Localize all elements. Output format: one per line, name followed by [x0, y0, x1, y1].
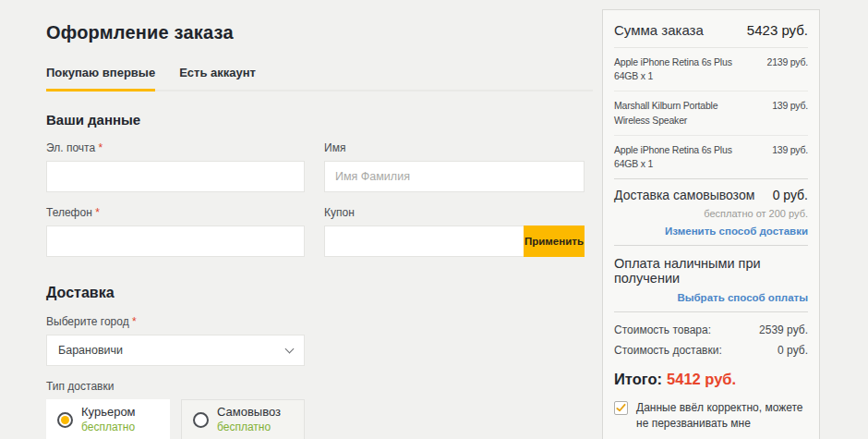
delivery-option-courier[interactable]: Курьером бесплатно [46, 399, 170, 439]
delivery-option-note: бесплатно [81, 421, 136, 434]
order-item: Marshall Kilburn Portable Wireless Speak… [614, 91, 808, 134]
name-field-group: Имя [324, 128, 585, 192]
order-item: Apple iPhone Retina 6s Plus 64GB x 1 213… [614, 48, 808, 91]
delivery-option-pickup[interactable]: Самовывоз бесплатно [181, 399, 305, 439]
delivery-type-label: Тип доставки [46, 380, 593, 393]
auth-tabs: Покупаю впервые Есть аккаунт [46, 58, 593, 91]
choose-payment-link[interactable]: Выбрать способ оплаты [614, 292, 808, 303]
radio-unchecked-icon [193, 412, 209, 428]
payment-summary-block: Оплата наличными при получении Выбрать с… [614, 246, 808, 312]
coupon-field-group: Купон Применить [324, 192, 585, 257]
change-delivery-link[interactable]: Изменить способ доставки [614, 226, 808, 237]
radio-checked-icon [57, 412, 73, 428]
email-field-group: Эл. почта * [46, 128, 305, 192]
item-price: 2139 руб. [767, 55, 809, 83]
apply-coupon-button[interactable]: Применить [524, 226, 585, 257]
email-input[interactable] [46, 161, 305, 192]
delivery-type-options: Курьером бесплатно Самовывоз бесплатно [46, 399, 593, 439]
tab-has-account[interactable]: Есть аккаунт [179, 58, 256, 90]
required-asterisk: * [95, 206, 100, 219]
delivery-heading: Доставка [46, 285, 593, 301]
item-price: 139 руб. [772, 99, 808, 127]
checkout-form: Оформление заказа Покупаю впервые Есть а… [46, 0, 593, 439]
totals-block: Стоимость товара: 2539 руб. Стоимость до… [614, 312, 808, 362]
chevron-down-icon [285, 344, 295, 353]
delivery-option-note: бесплатно [217, 421, 281, 434]
order-sum-label: Сумма заказа [614, 22, 704, 38]
delivery-option-label: Курьером [81, 405, 136, 420]
confirm-checkbox-label: Данные ввёл корректно, можете не перезва… [636, 400, 808, 430]
grand-total: Итого:5412 руб. [614, 371, 808, 388]
item-name: Apple iPhone Retina 6s Plus 64GB x 1 [614, 55, 754, 83]
delivery-cost-value: 0 руб. [773, 188, 808, 202]
item-name: Marshall Kilburn Portable Wireless Speak… [614, 99, 754, 127]
required-asterisk: * [132, 315, 137, 328]
order-sum-header: Сумма заказа 5423 руб. [614, 10, 808, 48]
tab-first-time-buyer[interactable]: Покупаю впервые [46, 58, 155, 91]
order-sum-value: 5423 руб. [747, 22, 808, 38]
name-label: Имя [324, 141, 585, 154]
item-name: Apple iPhone Retina 6s Plus 64GB x 1 [614, 143, 754, 171]
city-select-value: Барановичи [58, 344, 123, 357]
order-item: Apple iPhone Retina 6s Plus 64GB x 1 139… [614, 135, 808, 178]
confirm-data-checkbox-row[interactable]: Данные ввёл корректно, можете не перезва… [614, 400, 808, 430]
coupon-input[interactable] [324, 226, 524, 257]
checkbox-checked-icon[interactable] [614, 401, 628, 415]
coupon-row: Применить [324, 226, 585, 257]
city-select[interactable]: Барановичи [46, 335, 305, 366]
order-items-list: Apple iPhone Retina 6s Plus 64GB x 1 213… [614, 48, 808, 179]
email-label: Эл. почта * [46, 141, 305, 154]
delivery-summary-block: Доставка самовывозом 0 руб. бесплатно от… [614, 179, 808, 246]
name-input[interactable] [324, 161, 585, 192]
delivery-option-label: Самовывоз [217, 405, 281, 420]
page-title: Оформление заказа [46, 22, 593, 43]
city-label: Выберите город * [46, 315, 593, 328]
coupon-label: Купон [324, 206, 585, 219]
free-delivery-note: бесплатно от 200 руб. [614, 208, 808, 219]
item-price: 139 руб. [772, 143, 808, 171]
phone-label: Телефон * [46, 206, 305, 219]
goods-cost-row: Стоимость товара: 2539 руб. [614, 320, 808, 340]
delivery-method-label: Доставка самовывозом [614, 188, 754, 202]
phone-field-group: Телефон * [46, 192, 305, 257]
grand-total-label: Итого: [614, 371, 662, 387]
delivery-cost-row: Стоимость доставки: 0 руб. [614, 340, 808, 360]
order-summary-panel: Сумма заказа 5423 руб. Apple iPhone Reti… [602, 9, 820, 439]
required-asterisk: * [98, 141, 102, 154]
your-data-fields: Эл. почта * Имя Телефон * Купон Применит… [46, 128, 593, 257]
your-data-heading: Ваши данные [46, 112, 593, 128]
payment-method-label: Оплата наличными при получении [614, 254, 808, 286]
phone-input[interactable] [46, 226, 305, 257]
grand-total-value: 5412 руб. [667, 371, 736, 387]
